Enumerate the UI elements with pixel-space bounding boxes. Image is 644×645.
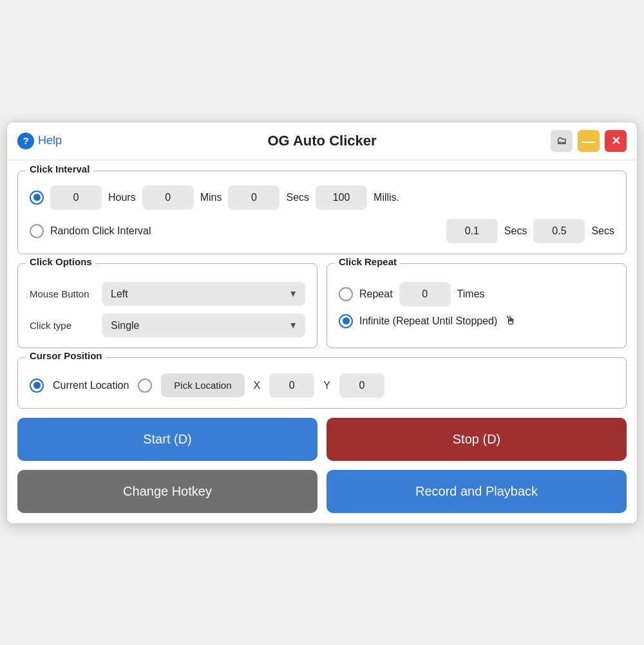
close-button[interactable]: ✕ [605, 130, 627, 152]
cursor-position-title: Cursor Position [26, 350, 106, 361]
settings-icon: 🗂 [556, 135, 567, 147]
click-type-label: Click type [30, 320, 94, 331]
mouse-button-label: Mouse Button [30, 288, 94, 299]
click-repeat-title: Click Repeat [335, 256, 401, 267]
help-link[interactable]: ? Help [17, 133, 62, 149]
random-max-input[interactable] [533, 219, 585, 243]
repeat-times-row: Repeat Times [339, 282, 614, 306]
help-label: Help [38, 134, 62, 147]
random-interval-row: Random Click Interval Secs Secs [30, 219, 614, 243]
app-title: OG Auto Clicker [267, 133, 376, 149]
current-location-label: Current Location [53, 380, 129, 391]
repeat-times-radio[interactable] [339, 287, 353, 301]
click-type-dropdown[interactable]: Single Double [102, 313, 305, 337]
cursor-position-section: Cursor Position Current Location Pick Lo… [17, 357, 627, 409]
x-input[interactable] [269, 373, 314, 398]
help-icon: ? [17, 133, 34, 149]
y-label: Y [323, 380, 330, 391]
pick-location-radio[interactable] [138, 379, 152, 393]
secs-input[interactable] [228, 185, 279, 210]
click-repeat-section: Click Repeat Repeat Times Infinite (Repe… [327, 263, 627, 348]
change-hotkey-button[interactable]: Change Hotkey [17, 470, 317, 513]
stop-button[interactable]: Stop (D) [327, 418, 627, 461]
repeat-count-input[interactable] [399, 282, 451, 306]
start-stop-row: Start (D) Stop (D) [17, 418, 627, 461]
mouse-button-dropdown-wrapper: Left Right Middle ▼ [102, 282, 305, 306]
hotkey-record-row: Change Hotkey Record and Playback [17, 470, 627, 513]
middle-sections: Click Options Mouse Button Left Right Mi… [17, 263, 627, 348]
title-bar: ? Help OG Auto Clicker 🗂 — ✕ [7, 122, 637, 160]
mouse-button-row: Mouse Button Left Right Middle ▼ [30, 282, 305, 306]
mouse-button-dropdown[interactable]: Left Right Middle [102, 282, 305, 306]
y-input[interactable] [339, 373, 384, 398]
cursor-icon: 🖱 [505, 314, 516, 328]
mins-label: Mins [200, 192, 222, 203]
main-content: Click Interval Hours Mins Secs Millis. R… [7, 160, 637, 523]
infinite-repeat-row: Infinite (Repeat Until Stopped) 🖱 [339, 314, 614, 328]
random-min-input[interactable] [446, 219, 498, 243]
click-options-title: Click Options [26, 256, 96, 267]
infinite-label: Infinite (Repeat Until Stopped) [359, 315, 497, 327]
minimize-button[interactable]: — [578, 130, 600, 152]
start-button[interactable]: Start (D) [17, 418, 317, 461]
hours-label: Hours [108, 192, 136, 203]
click-options-section: Click Options Mouse Button Left Right Mi… [17, 263, 317, 348]
repeat-label: Repeat [359, 288, 393, 300]
random-interval-radio[interactable] [30, 224, 44, 238]
fixed-interval-radio[interactable] [30, 191, 44, 205]
random-min-secs-label: Secs [504, 225, 527, 237]
current-location-radio[interactable] [30, 379, 44, 393]
millis-input[interactable] [316, 185, 367, 210]
pick-location-button[interactable]: Pick Location [161, 373, 244, 397]
fixed-interval-row: Hours Mins Secs Millis. [30, 185, 614, 210]
close-icon: ✕ [611, 134, 621, 148]
x-label: X [254, 380, 261, 391]
click-type-row: Click type Single Double ▼ [30, 313, 305, 337]
mins-input[interactable] [142, 185, 194, 210]
infinite-repeat-radio[interactable] [339, 314, 353, 328]
random-max-secs-label: Secs [591, 225, 614, 237]
minimize-icon: — [582, 135, 595, 147]
secs-label: Secs [286, 192, 309, 203]
hours-input[interactable] [50, 185, 102, 210]
main-window: ? Help OG Auto Clicker 🗂 — ✕ Click Inter… [6, 122, 638, 524]
settings-button[interactable]: 🗂 [551, 130, 573, 152]
window-controls: 🗂 — ✕ [551, 130, 627, 152]
times-label: Times [457, 288, 485, 300]
record-playback-button[interactable]: Record and Playback [327, 470, 627, 513]
click-type-dropdown-wrapper: Single Double ▼ [102, 313, 305, 337]
millis-label: Millis. [374, 192, 399, 203]
cursor-position-row: Current Location Pick Location X Y [30, 373, 614, 398]
click-interval-section: Click Interval Hours Mins Secs Millis. R… [17, 171, 627, 254]
random-label: Random Click Interval [50, 225, 151, 237]
click-interval-title: Click Interval [26, 164, 93, 174]
